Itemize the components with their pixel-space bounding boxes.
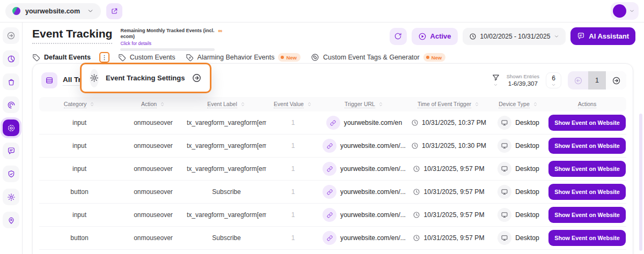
sidebar-item-analytics[interactable] [3,50,19,67]
table-row: input onmouseover tx_varegform_varegform… [39,135,626,158]
clock-icon [413,188,420,196]
column-header-category[interactable]: Category [39,101,120,108]
sidebar [0,23,23,254]
cell-category: input [39,119,120,126]
column-header-event-value[interactable]: Event Value [266,101,320,108]
cell-trigger-url[interactable]: yourwebsite.com/en/... [320,231,408,245]
events-settings-kebab-button[interactable] [99,52,109,63]
tag-icon [118,54,126,62]
site-favicon-icon [12,7,20,15]
column-header-event-label[interactable]: Event Label [187,101,266,108]
current-page: 1 [588,71,606,89]
column-header-action[interactable]: Action [120,101,187,108]
previous-page-button[interactable] [568,71,588,89]
link-icon [323,185,336,199]
quota-details-link[interactable]: Click for details [120,41,222,46]
site-selector[interactable]: yourwebsite.com [5,3,101,19]
cell-action: onmouseover [120,142,187,150]
popup-menu-item-label: Event Tracking Settings [106,74,185,82]
sort-icon [474,101,480,107]
chevron-down-icon [493,83,498,87]
top-bar: yourwebsite.com [0,0,644,23]
cell-trigger-url[interactable]: yourwebsite.com/en/... [320,208,408,222]
show-event-button[interactable]: Show Event on Website [548,161,626,177]
account-menu[interactable] [611,2,639,20]
cell-trigger-url[interactable]: yourwebsite.com/en/... [320,185,408,199]
cell-event-label: tx_varegform_varegform[em... [187,165,266,173]
sidebar-item-settings[interactable] [3,189,19,205]
quota-progress-bar [120,48,215,51]
refresh-button[interactable] [390,28,407,45]
column-header-time[interactable]: Time of Event Trigger [408,101,489,108]
cell-trigger-url[interactable]: yourwebsite.com/en [320,116,408,130]
column-header-device-type[interactable]: Device Type [489,101,548,108]
site-name: yourwebsite.com [25,8,82,15]
sidebar-item-visitors[interactable] [3,212,19,228]
cell-category: button [39,188,120,196]
cell-event-label: Subscribe [187,188,266,196]
cell-event-label: tx_varegform_varegform[em... [187,142,266,150]
table-header-row: Category Action Event Label Event Value … [39,97,626,111]
show-event-button[interactable]: Show Event on Website [548,184,626,200]
next-page-button[interactable] [606,71,626,89]
sort-icon [89,101,95,107]
filter-button[interactable] [492,73,500,87]
cell-trigger-url[interactable]: yourwebsite.com/en/... [320,139,408,153]
cell-time: 10/31/2025, 9:57 PM [408,211,489,219]
sidebar-collapse-button[interactable] [3,27,19,44]
cell-action: onmouseover [120,234,187,242]
shown-entries-value: 1-6/39,307 [507,80,539,87]
shown-entries-label: Shown Entries [507,73,539,80]
tab-alarming-behavior-events[interactable]: Alarming Behavior Events New [186,53,301,62]
vertical-scrollbar[interactable] [639,114,642,251]
sidebar-item-ecommerce[interactable] [3,73,19,90]
status-label: Active [430,32,451,40]
page-size-select[interactable]: 6 [546,72,561,88]
arrow-right-circle-icon [612,76,621,85]
show-event-button[interactable]: Show Event on Website [548,207,626,223]
cell-category: input [39,165,120,173]
show-event-button[interactable]: Show Event on Website [548,115,626,131]
sort-icon [378,101,384,107]
open-website-button[interactable] [106,3,122,19]
events-table: Category Action Event Label Event Value … [33,97,633,250]
page-title: Event Tracking [32,27,112,44]
date-range-picker[interactable]: 10/02/2025 - 10/31/2025 [463,28,566,45]
arrow-left-circle-icon [574,76,583,85]
chevron-down-icon [554,34,559,39]
cell-category: input [39,211,120,219]
new-badge: New [423,53,446,62]
tab-label: Custom Event Tags & Generator [323,54,420,61]
gear-icon [90,69,99,87]
clock-icon [413,165,420,173]
tab-default-events[interactable]: Default Events [32,54,91,62]
ai-assistant-button[interactable]: AI Assistant [570,27,635,45]
sidebar-item-feedback[interactable] [3,143,19,159]
sidebar-item-event-tracking[interactable] [3,119,19,136]
monitor-icon [497,162,511,176]
shopping-bag-icon [7,78,16,86]
table-row: input onmouseover tx_varegform_varegform… [39,204,626,227]
event-tracking-settings-popup[interactable]: Event Tracking Settings [80,63,211,93]
sidebar-item-privacy[interactable] [3,166,19,182]
column-header-trigger-url[interactable]: Trigger URL [320,101,408,108]
shield-check-icon [7,170,16,178]
clock-icon [413,211,420,219]
target-icon [7,124,16,132]
cell-trigger-url[interactable]: yourwebsite.com/en/... [320,162,408,176]
cell-time: 10/31/2025, 10:30 PM [408,142,489,150]
tab-custom-events[interactable]: Custom Events [118,54,175,62]
cell-device-type: Desktop [489,185,548,199]
show-event-button[interactable]: Show Event on Website [548,230,626,246]
badge-dot-icon [281,56,284,59]
location-pin-icon [7,216,16,225]
sidebar-item-sessions[interactable] [3,96,19,113]
tracking-status-button[interactable]: Active [412,28,458,45]
page-header: Event Tracking Remaining Monthly Tracked… [32,27,635,51]
tab-custom-event-tags-generator[interactable]: Custom Event Tags & Generator New [311,53,445,62]
show-event-button[interactable]: Show Event on Website [548,138,626,154]
chat-icon [577,32,585,40]
cell-category: input [39,142,120,150]
monitor-icon [497,116,511,130]
chat-icon [7,147,16,155]
